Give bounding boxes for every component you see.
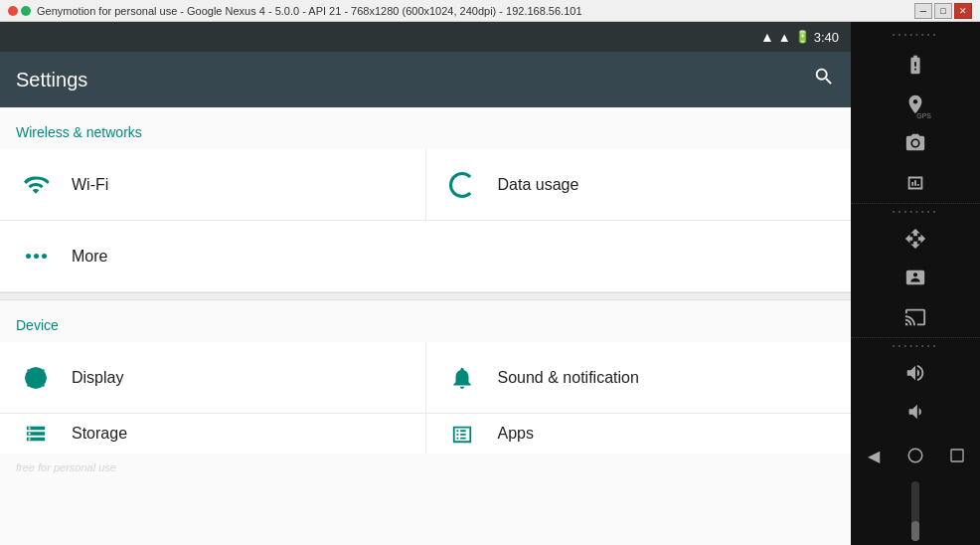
- apps-icon: [442, 414, 482, 454]
- close-button[interactable]: ✕: [954, 3, 972, 19]
- cast-btn[interactable]: [896, 299, 935, 335]
- home-nav-btn[interactable]: [898, 438, 933, 473]
- status-icons: ▲ ▲ 🔋 3:40: [760, 29, 839, 45]
- sidebar-dots-top: ••••••••: [893, 26, 938, 45]
- svg-point-1: [912, 140, 918, 146]
- wireless-section-header: Wireless & networks: [0, 107, 851, 149]
- wifi-data-row: Wi-Fi Data usage: [0, 149, 851, 221]
- display-icon: [16, 358, 56, 398]
- data-usage-icon: [442, 165, 482, 205]
- device-section-header: Device: [0, 300, 851, 342]
- gps-btn[interactable]: GPS: [896, 87, 935, 122]
- gps-label: GPS: [916, 112, 931, 119]
- more-item[interactable]: More: [0, 221, 851, 292]
- phone-screen: ▲ ▲ 🔋 3:40 Settings Wireless & networks: [0, 22, 851, 545]
- sound-label: Sound & notification: [498, 369, 639, 387]
- svg-rect-3: [951, 450, 963, 461]
- app-bar: Settings: [0, 52, 851, 107]
- section-divider: [0, 292, 851, 300]
- device-settings-list: Display Sound & notification: [0, 342, 851, 454]
- wifi-status-icon: ▲: [760, 29, 774, 45]
- id-btn[interactable]: [896, 260, 935, 295]
- camera-btn[interactable]: [896, 125, 935, 161]
- genymotion-sidebar: •••••••• GPS ••••••••: [851, 22, 980, 545]
- watermark: free for personal use: [16, 461, 116, 473]
- window-title: Genymotion for personal use - Google Nex…: [37, 5, 914, 17]
- volume-down-btn[interactable]: [896, 394, 935, 430]
- wifi-icon: [16, 165, 56, 205]
- storage-icon: [16, 414, 56, 454]
- battery-btn[interactable]: [896, 165, 935, 201]
- storage-label: Storage: [72, 425, 127, 443]
- signal-icon: ▲: [778, 30, 791, 45]
- wifi-label: Wi-Fi: [72, 176, 108, 194]
- wifi-item[interactable]: Wi-Fi: [0, 149, 426, 220]
- svg-point-2: [908, 449, 922, 462]
- device-section: Device Dis: [0, 300, 851, 454]
- phone-icon-btn[interactable]: [896, 47, 935, 83]
- sound-item[interactable]: Sound & notification: [426, 342, 852, 413]
- display-label: Display: [72, 369, 123, 387]
- status-bar: ▲ ▲ 🔋 3:40: [0, 22, 851, 52]
- title-bar: Genymotion for personal use - Google Nex…: [0, 0, 980, 22]
- volume-up-btn[interactable]: [896, 355, 935, 391]
- sound-icon: [442, 358, 482, 398]
- sidebar-dots-mid: ••••••••: [851, 203, 980, 219]
- minimize-button[interactable]: ─: [914, 3, 932, 19]
- storage-apps-row: Storage Apps: [0, 414, 851, 454]
- back-nav-btn[interactable]: ◀: [856, 438, 892, 473]
- status-time: 3:40: [814, 30, 839, 45]
- display-sound-row: Display Sound & notification: [0, 342, 851, 414]
- apps-label: Apps: [498, 425, 534, 443]
- more-label: More: [72, 248, 107, 266]
- main-container: ▲ ▲ 🔋 3:40 Settings Wireless & networks: [0, 22, 980, 545]
- storage-item[interactable]: Storage: [0, 414, 426, 454]
- app-bar-title: Settings: [16, 69, 87, 91]
- window-controls[interactable]: ─ □ ✕: [914, 3, 972, 19]
- device-section-title: Device: [16, 317, 59, 333]
- move-btn[interactable]: [896, 221, 935, 257]
- svg-point-0: [32, 373, 41, 382]
- data-usage-item[interactable]: Data usage: [426, 149, 852, 220]
- search-button[interactable]: [813, 66, 835, 93]
- apps-item[interactable]: Apps: [426, 414, 852, 454]
- sidebar-dots-bottom: ••••••••: [851, 337, 980, 353]
- more-icon: [16, 237, 56, 276]
- scroll-indicator[interactable]: [911, 481, 919, 541]
- wireless-section-title: Wireless & networks: [16, 124, 142, 140]
- wireless-settings-list: Wi-Fi Data usage: [0, 149, 851, 292]
- data-usage-label: Data usage: [498, 176, 579, 194]
- recent-nav-btn[interactable]: [939, 438, 975, 473]
- display-item[interactable]: Display: [0, 342, 426, 413]
- battery-icon: 🔋: [795, 30, 810, 44]
- maximize-button[interactable]: □: [934, 3, 952, 19]
- settings-content: Wireless & networks Wi-Fi: [0, 107, 851, 545]
